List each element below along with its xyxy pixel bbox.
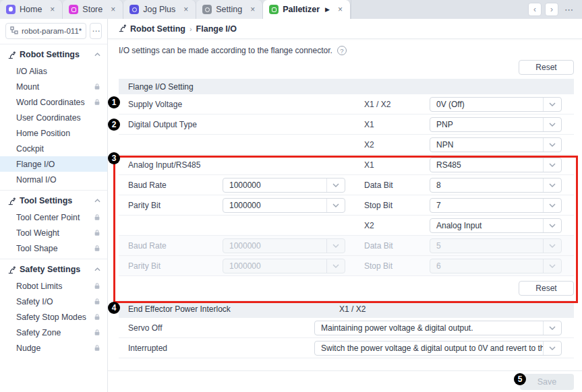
- tab-palletizer[interactable]: Palletizer ▶ ×: [263, 0, 351, 19]
- sidebar-item-user-coordinates[interactable]: User Coordinates: [0, 110, 107, 125]
- sidebar-item-nudge[interactable]: Nudge: [0, 340, 107, 356]
- analog-reset-button[interactable]: Reset: [519, 281, 574, 296]
- x2-disabled-settings: Baud Rate 1000000 Data Bit 5: [119, 236, 574, 276]
- port-label: X1 / X2: [364, 100, 430, 109]
- x2-parity-bit-select: 1000000: [223, 259, 345, 273]
- sidebar-item-safety-stop-modes[interactable]: Safety Stop Modes: [0, 309, 107, 325]
- chevron-down-icon: [543, 158, 561, 172]
- sidebar-item-label: Safety I/O: [16, 297, 94, 306]
- section-header-safety-settings[interactable]: Safety Settings: [0, 261, 107, 278]
- sidebar-item-flange-i-o[interactable]: Flange I/O: [0, 156, 107, 172]
- breadcrumb-parent[interactable]: Robot Setting: [130, 24, 185, 34]
- sidebar-item-label: Safety Stop Modes: [16, 313, 94, 322]
- gear-icon: [202, 5, 212, 14]
- tab-jog-plus[interactable]: Jog Plus ×: [123, 0, 196, 19]
- chevron-up-icon[interactable]: [94, 53, 100, 57]
- reset-button[interactable]: Reset: [519, 60, 574, 75]
- stop-bit-label: Stop Bit: [364, 261, 430, 271]
- forward-button[interactable]: ›: [545, 3, 558, 16]
- chevron-down-icon: [326, 199, 345, 212]
- select-value: PNP: [430, 120, 543, 129]
- footer-bar: Save: [108, 370, 582, 392]
- play-icon[interactable]: ▶: [325, 6, 330, 13]
- sidebar-item-robot-limits[interactable]: Robot Limits: [0, 278, 107, 294]
- store-icon: [69, 5, 78, 14]
- sidebar-item-label: Cockpit: [16, 144, 100, 154]
- select-value: 6: [430, 261, 543, 271]
- sidebar-item-tool-shape[interactable]: Tool Shape: [0, 240, 107, 256]
- chevron-down-icon: [543, 321, 561, 335]
- breadcrumb: Robot Setting › Flange I/O: [108, 19, 582, 39]
- sidebar-item-safety-zone[interactable]: Safety Zone: [0, 325, 107, 340]
- close-icon[interactable]: ×: [337, 5, 344, 14]
- analog-x1-select[interactable]: RS485: [430, 158, 562, 172]
- param-more-button[interactable]: ⋯: [90, 23, 102, 39]
- stop-bit-label: Stop Bit: [364, 201, 430, 210]
- param-row: robot-param-011* ⋯: [0, 19, 107, 44]
- param-icon: [10, 25, 18, 37]
- sidebar-item-label: Robot Limits: [16, 282, 94, 291]
- interrupted-select[interactable]: Switch the power voltage & digital outpu…: [314, 341, 562, 356]
- select-value: 1000000: [223, 181, 326, 190]
- tab-bar-spacer: [351, 0, 528, 19]
- row-label: Supply Voltage: [119, 100, 364, 109]
- x1-data-bit-select[interactable]: 8: [430, 178, 562, 193]
- sidebar-item-tool-center-point[interactable]: Tool Center Point: [0, 209, 107, 225]
- main-panel: Robot Setting › Flange I/O I/O settings …: [108, 19, 582, 392]
- section-header-tool-settings[interactable]: Tool Settings: [0, 192, 107, 209]
- supply-voltage-select[interactable]: 0V (Off): [430, 97, 562, 112]
- back-button[interactable]: ‹: [528, 3, 542, 16]
- close-icon[interactable]: ×: [109, 5, 117, 14]
- sidebar-item-i-o-alias[interactable]: I/O Alias: [0, 63, 107, 79]
- analog-x2-select[interactable]: Analog Input: [430, 218, 562, 233]
- chevron-down-icon: [543, 138, 561, 152]
- sidebar-item-normal-i-o[interactable]: Normal I/O: [0, 172, 107, 187]
- tab-setting[interactable]: Setting ×: [196, 0, 263, 19]
- servo-off-label: Servo Off: [119, 323, 314, 333]
- interlock-label: End Effector Power Interlock: [128, 304, 339, 314]
- select-value: 1000000: [223, 241, 326, 251]
- x1-parity-bit-select[interactable]: 1000000: [223, 198, 345, 213]
- chevron-down-icon: [543, 219, 561, 232]
- sidebar-item-safety-i-o[interactable]: Safety I/O: [0, 294, 107, 309]
- more-options-button[interactable]: ⋯: [562, 5, 577, 15]
- select-value: Analog Input: [430, 221, 543, 230]
- digital-output-x1-select[interactable]: PNP: [430, 117, 562, 132]
- x2-data-bit-select: 5: [430, 238, 562, 253]
- end-effector-interlock-header: End Effector Power Interlock X1 / X2: [119, 300, 574, 318]
- help-icon[interactable]: ?: [337, 46, 347, 55]
- section-header-robot-settings[interactable]: Robot Settings: [0, 46, 107, 63]
- analog-x1-row: Analog Input/RS485 X1 RS485: [119, 155, 574, 175]
- sidebar-item-mount[interactable]: Mount: [0, 79, 107, 94]
- sidebar-item-label: I/O Alias: [16, 67, 100, 76]
- tab-bar: Home × Store × Jog Plus × Setting × Pall…: [0, 0, 582, 19]
- x1-baud-rate-select[interactable]: 1000000: [223, 178, 345, 193]
- x2-baud-data-row: Baud Rate 1000000 Data Bit 5: [119, 236, 574, 256]
- x1-stop-bit-select[interactable]: 7: [430, 198, 562, 213]
- sidebar-item-world-coordinates[interactable]: World Coordinates: [0, 94, 107, 110]
- lock-icon: [94, 229, 100, 236]
- sidebar-item-home-position[interactable]: Home Position: [0, 125, 107, 141]
- x1-baud-data-row: Baud Rate 1000000 Data Bit 8: [119, 175, 574, 195]
- close-icon[interactable]: ×: [249, 5, 256, 14]
- sidebar-item-tool-weight[interactable]: Tool Weight: [0, 225, 107, 240]
- chevron-up-icon[interactable]: [94, 267, 100, 271]
- close-icon[interactable]: ×: [182, 5, 190, 14]
- chevron-up-icon[interactable]: [94, 199, 100, 203]
- sidebar-item-cockpit[interactable]: Cockpit: [0, 141, 107, 156]
- select-value: 7: [430, 201, 543, 210]
- tab-home[interactable]: Home ×: [0, 0, 63, 19]
- param-selector[interactable]: robot-param-011*: [5, 23, 86, 39]
- close-icon[interactable]: ×: [49, 5, 56, 14]
- row-label: Analog Input/RS485: [119, 160, 364, 170]
- lock-icon: [94, 98, 100, 106]
- data-bit-label: Data Bit: [364, 241, 430, 251]
- select-value: 0V (Off): [430, 100, 543, 109]
- lock-icon: [94, 298, 100, 305]
- port-label: X1: [364, 160, 430, 170]
- servo-off-select[interactable]: Maintaining power voltage & digital outp…: [314, 321, 562, 335]
- digital-output-x2-select[interactable]: NPN: [430, 137, 562, 152]
- sidebar-item-label: User Coordinates: [16, 113, 100, 123]
- tab-label: Home: [20, 5, 42, 14]
- tab-store[interactable]: Store ×: [63, 0, 123, 19]
